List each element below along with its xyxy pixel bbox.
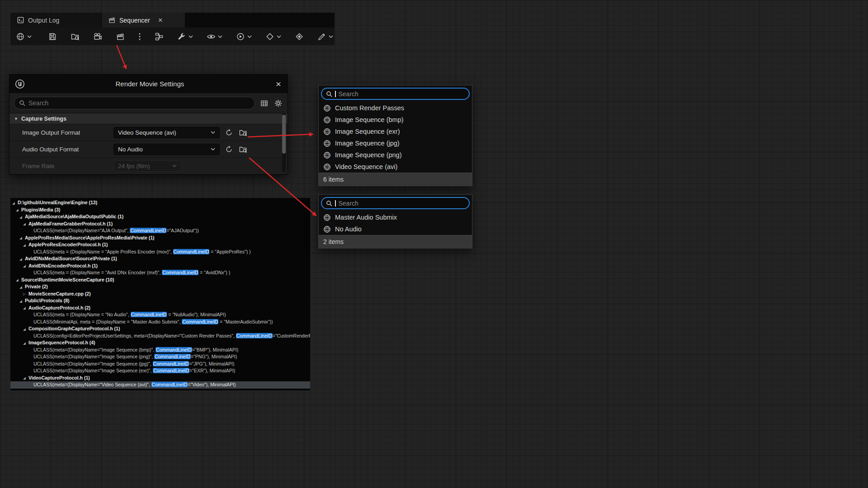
close-tab-icon[interactable]: × — [158, 16, 163, 24]
text-caret — [335, 200, 336, 206]
tree-node[interactable]: ◢Source\Runtime\MovieSceneCapture (10) — [10, 277, 310, 284]
setting-dropdown[interactable]: 24 fps (film) — [113, 160, 181, 172]
settings-search-box[interactable] — [14, 97, 255, 109]
image-format-search-box[interactable] — [321, 88, 470, 100]
tree-node[interactable]: ◢AppleProResMedia\Source\AppleProResMedi… — [10, 235, 310, 242]
expanded-twisty-icon[interactable]: ◢ — [16, 277, 21, 283]
expanded-twisty-icon[interactable]: ◢ — [16, 206, 21, 213]
tree-node[interactable]: ◢CompositionGraphCaptureProtocol.h (1) — [10, 325, 310, 333]
collapsed-twisty-icon[interactable]: ▷ — [23, 291, 28, 297]
expanded-twisty-icon[interactable]: ◢ — [19, 298, 25, 305]
tree-node[interactable]: ◢Private (2) — [10, 283, 310, 291]
tree-node[interactable]: ◢AjaMediaFrameGrabberProtocol.h (1) — [10, 221, 310, 228]
expanded-twisty-icon[interactable]: ◢ — [19, 214, 25, 221]
chevron-down-icon — [189, 35, 193, 38]
actions-button[interactable] — [176, 31, 194, 42]
tree-node[interactable]: ◢Public\Protocols (8) — [10, 297, 310, 305]
tree-node[interactable]: ◢AvidDNxMedia\Source\Source\Private (1) — [10, 255, 310, 263]
render-movie-button[interactable] — [115, 31, 126, 42]
search-result-line[interactable]: UCLASS(meta=(DisplayName="Video Sequence… — [10, 381, 310, 389]
expanded-twisty-icon[interactable]: ◢ — [23, 221, 28, 227]
browse-to-asset-button[interactable] — [238, 127, 248, 137]
dialog-titlebar[interactable]: Render Movie Settings × — [9, 75, 288, 93]
dropdown-option[interactable]: Image Sequence (jpg) — [319, 137, 472, 149]
tree-node[interactable]: ◢ImageSequenceProtocol.h (4) — [10, 339, 310, 347]
keyframe-options-button[interactable] — [264, 31, 282, 42]
search-result-line[interactable]: UCLASS(MinimalApi, meta = (DisplayName =… — [10, 319, 310, 326]
search-result-line[interactable]: UCLASS(meta=(DisplayName="AJA Output", C… — [10, 227, 310, 235]
tree-node[interactable]: ◢Plugins\Media (3) — [10, 206, 310, 214]
expanded-twisty-icon[interactable]: ◢ — [23, 326, 28, 333]
settings-search-input[interactable] — [28, 99, 250, 107]
tree-node[interactable]: ◢VideoCaptureProtocol.h (1) — [10, 375, 310, 382]
create-camera-button[interactable] — [92, 31, 103, 42]
search-result-line[interactable]: UCLASS(meta=(DisplayName="Image Sequence… — [10, 347, 310, 354]
dropdown-option[interactable]: Custom Render Passes — [319, 102, 472, 114]
dropdown-option[interactable]: Image Sequence (png) — [319, 149, 472, 161]
browse-to-asset-button[interactable] — [238, 144, 248, 154]
expanded-twisty-icon[interactable]: ◢ — [19, 256, 25, 263]
expanded-twisty-icon[interactable]: ◢ — [23, 375, 28, 381]
expanded-twisty-icon[interactable]: ◢ — [19, 235, 25, 241]
dropdown-option[interactable]: Video Sequence (avi) — [319, 161, 472, 173]
expanded-twisty-icon[interactable]: ◢ — [19, 284, 25, 291]
save-button[interactable] — [47, 31, 58, 42]
setting-dropdown[interactable]: No Audio — [113, 144, 220, 155]
tree-node[interactable]: ◢D:\github\UnrealEngine\Engine (13) — [10, 199, 310, 206]
audio-format-search-box[interactable] — [321, 197, 470, 209]
tab-output-log[interactable]: Output Log — [10, 13, 102, 28]
world-button[interactable] — [15, 31, 33, 42]
tree-node-label: D:\github\UnrealEngine\Engine (13) — [18, 200, 97, 205]
dropdown-option[interactable]: No Audio — [319, 223, 472, 235]
search-result-line[interactable]: UCLASS(meta=(DisplayName="Image Sequence… — [10, 353, 310, 361]
search-result-line[interactable]: UCLASS(meta = (DisplayName = "No Audio",… — [10, 311, 310, 319]
edit-options-button[interactable] — [316, 31, 334, 42]
hierarchy-button[interactable] — [154, 31, 165, 42]
chevron-down-icon — [211, 131, 215, 134]
unreal-logo-icon — [15, 79, 25, 89]
tree-node[interactable]: ◢AppleProResEncoderProtocol.h (1) — [10, 241, 310, 249]
image-format-search-input[interactable] — [339, 90, 465, 98]
expanded-twisty-icon[interactable]: ◢ — [23, 263, 28, 269]
dialog-scrollbar[interactable] — [282, 113, 286, 172]
expanded-twisty-icon[interactable]: ◢ — [12, 200, 18, 206]
tree-node[interactable]: ◢AudioCaptureProtocol.h (2) — [10, 305, 310, 312]
tree-node-label: AjaMedia\Source\AjaMediaOutput\Public (1… — [25, 214, 123, 219]
use-selected-button[interactable] — [224, 144, 234, 154]
search-result-line[interactable]: UCLASS(meta = (DisplayName = "Avid DNx E… — [10, 269, 310, 277]
search-result-line[interactable]: UCLASS(meta = (DisplayName = "Apple ProR… — [10, 249, 310, 256]
expanded-twisty-icon[interactable]: ◢ — [23, 305, 28, 311]
option-label: Image Sequence (jpg) — [335, 140, 400, 147]
setting-value: No Audio — [113, 144, 248, 155]
tree-node[interactable]: ▷MovieSceneCapture.cpp (2) — [10, 291, 310, 298]
display-grid-button[interactable] — [259, 98, 269, 108]
tree-node[interactable]: ◢AvidDNxEncoderProtocol.h (1) — [10, 263, 310, 270]
tree-node[interactable]: ◢AjaMedia\Source\AjaMediaOutput\Public (… — [10, 213, 310, 221]
view-options-button[interactable] — [206, 31, 223, 42]
search-result-line[interactable]: UCLASS(config=EditorPerProjectUserSettin… — [10, 333, 310, 340]
search-result-line[interactable]: UCLASS(meta=(DisplayName="Image Sequence… — [10, 361, 310, 368]
settings-button[interactable] — [273, 98, 283, 108]
option-label: Image Sequence (bmp) — [335, 116, 404, 123]
tab-sequencer[interactable]: Sequencer × — [102, 13, 185, 28]
unreal-editor-canvas: Output Log Sequencer × — [0, 0, 868, 488]
playback-options-button[interactable] — [235, 31, 253, 42]
dialog-close-icon[interactable]: × — [275, 79, 282, 89]
search-icon — [19, 100, 25, 106]
folder-search-icon — [71, 32, 80, 41]
dropdown-option[interactable]: Master Audio Submix — [319, 211, 472, 223]
circular-arrow-icon — [225, 128, 233, 137]
dropdown-option[interactable]: Image Sequence (bmp) — [319, 114, 472, 126]
setting-dropdown[interactable]: Video Sequence (avi) — [113, 127, 220, 138]
overflow-menu-button[interactable] — [137, 31, 142, 42]
expanded-twisty-icon[interactable]: ◢ — [23, 340, 28, 347]
search-result-line[interactable]: UCLASS(meta=(DisplayName="Image Sequence… — [10, 367, 310, 375]
auto-key-button[interactable] — [294, 31, 305, 42]
use-selected-button[interactable] — [224, 127, 234, 137]
capture-settings-section-header[interactable]: ▼ Capture Settings — [9, 113, 288, 124]
find-in-content-browser-button[interactable] — [70, 31, 80, 42]
scrollbar-thumb[interactable] — [282, 115, 286, 154]
audio-format-search-input[interactable] — [339, 200, 465, 207]
expanded-twisty-icon[interactable]: ◢ — [23, 242, 28, 249]
dropdown-option[interactable]: Image Sequence (exr) — [319, 126, 472, 137]
